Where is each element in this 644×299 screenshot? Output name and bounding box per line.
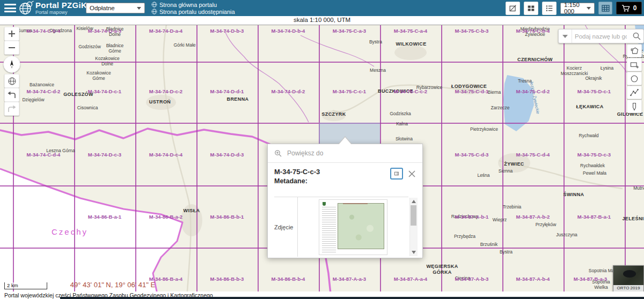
town-label: Kozakowice Górne	[86, 70, 111, 81]
draw-extent-button[interactable]	[506, 2, 520, 15]
dock-window-button[interactable]	[390, 168, 403, 180]
search-icon	[632, 32, 641, 41]
portal-home-link[interactable]: Strona główna portalu	[151, 1, 235, 8]
grid-sheet-label[interactable]: M-34-86-B-a-1	[88, 214, 121, 220]
map-canvas[interactable]: M-34-74-C-b-4M-34-74-D-a-3M-34-74-D-a-4M…	[0, 25, 644, 299]
circle-select-button[interactable]	[627, 72, 642, 85]
grid-sheet-label[interactable]: M-34-74-D-c-4	[149, 152, 182, 158]
app-title: Portal PZGiK	[35, 1, 87, 9]
grid-sheet-label[interactable]: M-34-87-B-a-3	[574, 276, 607, 282]
sheet-search-box	[558, 29, 644, 43]
grid-sheet-label[interactable]: M-34-74-C-d-4	[27, 152, 61, 158]
grid-sheet-label[interactable]: M-34-75-C-d-1	[455, 88, 489, 94]
grid-sheet-label[interactable]: M-34-74-C-d-2	[27, 88, 61, 94]
grid-sheet-label[interactable]: M-34-74-D-c-1	[88, 88, 121, 94]
scale-select[interactable]: 1:150 000	[560, 3, 595, 14]
header-links: Strona główna portalu Strona portalu udo…	[151, 1, 235, 15]
grid-sheet-label[interactable]: M-34-87-A-b-2	[516, 214, 550, 220]
zoom-to-input[interactable]	[286, 149, 416, 158]
grid-sheet-label[interactable]: M-34-74-D-c-3	[88, 152, 121, 158]
grid-sheet-label[interactable]: M-34-75-C-c-2	[394, 88, 427, 94]
polygon-select-button[interactable]	[627, 44, 642, 57]
grid-sheet-label[interactable]: M-34-74-D-b-4	[272, 28, 305, 34]
popup-close-button[interactable]	[406, 168, 417, 179]
town-label: Bażanowice	[30, 82, 54, 87]
grid-sheet-label[interactable]: M-34-86-B-b-1	[210, 214, 244, 220]
grid-sheet-label[interactable]: M-34-75-C-d-2	[516, 88, 550, 94]
grid-sheet-label[interactable]: M-34-87-A-b-4	[516, 276, 550, 282]
town-label: Dzięgielów	[22, 97, 44, 102]
grid-sheet-label[interactable]: M-34-75-C-d-4	[516, 152, 550, 158]
scroll-up-icon[interactable]	[412, 200, 416, 203]
grid-sheet-label[interactable]: M-34-75-C-b-3	[455, 28, 489, 34]
grid-sheet-label[interactable]: M-34-75-D-c-3	[577, 152, 611, 158]
grid-sheet-label[interactable]: M-34-87-A-b-3	[455, 276, 489, 282]
town-label: Bystra	[369, 39, 382, 44]
close-icon	[408, 170, 415, 177]
apps-grid-button[interactable]	[524, 2, 538, 15]
menu-button[interactable]	[4, 4, 16, 12]
grid-sheet-label[interactable]: M-34-87-A-a-3	[333, 276, 366, 282]
basemap-switcher-thumbnail[interactable]: ORTO 2019	[613, 265, 644, 292]
chevron-down-icon	[562, 35, 568, 38]
town-label: Kozakowice Dolne	[95, 56, 119, 66]
zoom-in-button[interactable]	[4, 27, 19, 41]
thumb-crest	[323, 202, 326, 206]
grid-sheet-label[interactable]: M-34-75-C-d-3	[455, 152, 489, 158]
grid-sheet-label[interactable]: M-34-74-D-d-2	[272, 88, 305, 94]
grid-sheet-label[interactable]: M-34-87-A-a-4	[394, 276, 427, 282]
compass-icon	[7, 59, 17, 69]
undo-button[interactable]	[4, 88, 19, 102]
full-extent-button[interactable]	[4, 74, 19, 88]
scroll-down-icon[interactable]	[412, 251, 416, 254]
top-header-bar: Portal PZGiK Portal mapowy Odpłatne Stro…	[0, 0, 644, 16]
category-select-value: Odpłatne	[90, 5, 115, 11]
town-label: Sienna	[499, 168, 513, 174]
scrollbar-thumb[interactable]	[411, 205, 416, 226]
town-label: Bystra	[500, 249, 513, 255]
grid-sheet-label[interactable]: M-34-86-B-b-4	[272, 276, 305, 282]
search-button[interactable]	[630, 29, 643, 43]
grid-sheet-label[interactable]: M-34-87-A-b-1	[455, 214, 489, 220]
scale-select-value: 1:150 000	[564, 2, 583, 14]
grid-sheet-label[interactable]: M-34-74-D-d-1	[210, 88, 244, 94]
cart-button[interactable]: 0	[616, 2, 642, 14]
zoom-out-button[interactable]	[4, 41, 19, 55]
sheet-select-button[interactable]	[627, 100, 642, 113]
sharing-portal-link[interactable]: Strona portalu udostępniania	[151, 8, 235, 15]
metadata-table: Zdjęcie	[274, 197, 408, 257]
grid-sheet-label[interactable]: M-34-75-C-c-1	[333, 88, 366, 94]
town-label: Brzuśnik	[480, 242, 498, 247]
redo-button[interactable]	[4, 102, 19, 116]
grid-sheet-label[interactable]: M-34-74-D-c-2	[149, 88, 182, 94]
polyline-button[interactable]	[627, 86, 642, 99]
grid-sheet-label[interactable]: M-34-87-B-a-1	[577, 214, 611, 220]
town-label: Pietrzykowice	[470, 126, 498, 132]
search-options-dropdown[interactable]	[559, 29, 572, 43]
grid-sheet-label[interactable]: M-34-86-B-b-3	[210, 276, 244, 282]
grid-sheet-label[interactable]: M-34-74-D-a-4	[149, 28, 182, 34]
grid-sheet-label[interactable]: M-34-74-D-d-3	[210, 152, 244, 158]
grid-sheet-label[interactable]: M-34-86-B-a-2	[149, 214, 182, 220]
grid-sheet-label[interactable]: M-34-75-D-c-1	[577, 88, 611, 94]
cart-icon	[621, 4, 631, 12]
sheet-id-title: M-34-75-C-c-3	[274, 168, 320, 176]
thumb-map-area	[338, 203, 384, 249]
grid-sheet-label[interactable]: M-34-74-D-a-3	[88, 28, 121, 34]
grid-sheet-label[interactable]: M-34-75-C-a-4	[394, 28, 427, 34]
town-label: ŁĘKAWICA	[576, 104, 603, 110]
photo-row-label: Zdjęcie	[274, 197, 298, 257]
grid-sheet-label[interactable]: M-34-75-C-b-4	[516, 28, 550, 34]
search-input[interactable]	[572, 33, 630, 40]
layer-list-button[interactable]	[542, 2, 557, 15]
grid-sheet-label[interactable]: M-34-74-C-b-4	[27, 28, 61, 34]
compass-button[interactable]	[3, 56, 20, 73]
popup-scrollbar[interactable]	[409, 198, 418, 256]
sheet-photo-thumbnail[interactable]	[319, 199, 387, 255]
grid-sheet-label[interactable]: M-34-74-D-b-3	[210, 28, 244, 34]
data-table-button[interactable]	[598, 2, 612, 14]
category-select[interactable]: Odpłatne	[86, 3, 145, 13]
grid-sheet-label[interactable]: M-34-75-C-a-3	[333, 28, 366, 34]
rectangle-add-button[interactable]	[627, 58, 642, 71]
town-label: CZERNICHÓW	[517, 57, 553, 63]
